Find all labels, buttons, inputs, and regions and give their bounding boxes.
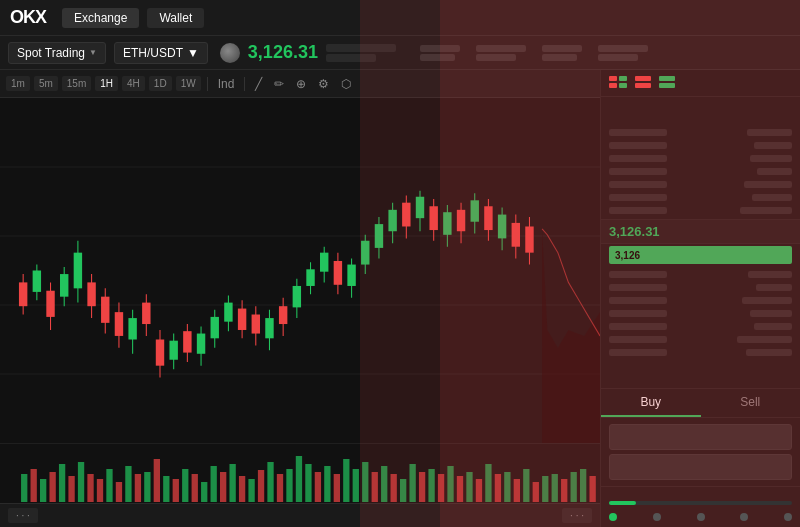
svg-rect-46	[293, 286, 301, 307]
svg-rect-8	[33, 271, 41, 292]
slider-dots	[609, 513, 792, 521]
svg-rect-89	[87, 474, 93, 502]
svg-rect-92	[116, 482, 122, 502]
svg-rect-105	[239, 476, 245, 502]
screenshot-tool[interactable]: ⬡	[337, 75, 355, 93]
svg-rect-102	[211, 466, 217, 502]
svg-rect-44	[279, 306, 287, 324]
svg-rect-100	[192, 474, 198, 502]
tf-1d[interactable]: 1D	[149, 76, 172, 91]
tf-4h[interactable]: 4H	[122, 76, 145, 91]
svg-rect-83	[31, 469, 37, 502]
svg-rect-48	[306, 269, 314, 286]
slider-dot-50[interactable]	[697, 513, 705, 521]
svg-rect-40	[252, 315, 260, 334]
svg-rect-117	[353, 469, 359, 502]
svg-rect-93	[125, 466, 131, 502]
pair-label: ETH/USDT	[123, 46, 183, 60]
pair-selector[interactable]: ETH/USDT ▼	[114, 42, 208, 64]
tf-1m[interactable]: 1m	[6, 76, 30, 91]
svg-rect-30	[183, 331, 191, 352]
svg-rect-88	[78, 462, 84, 502]
logo: OKX	[10, 7, 46, 28]
magnet-tool[interactable]: ⊕	[292, 75, 310, 93]
svg-rect-85	[49, 472, 55, 502]
svg-rect-22	[128, 318, 136, 339]
svg-rect-111	[296, 456, 302, 502]
right-panel: 3,126.31 3,126	[600, 70, 800, 527]
svg-rect-90	[97, 479, 103, 502]
settings-tool[interactable]: ⚙	[314, 75, 333, 93]
tf-5m[interactable]: 5m	[34, 76, 58, 91]
svg-rect-103	[220, 472, 226, 502]
slider-track[interactable]	[609, 501, 792, 505]
tf-15m[interactable]: 15m	[62, 76, 91, 91]
svg-rect-107	[258, 470, 264, 502]
svg-rect-34	[211, 317, 219, 338]
svg-rect-114	[324, 466, 330, 502]
svg-rect-96	[154, 459, 160, 502]
toolbar-separator-2	[244, 77, 245, 91]
svg-rect-112	[305, 464, 311, 502]
svg-rect-12	[60, 274, 68, 297]
svg-rect-38	[238, 309, 246, 330]
svg-rect-109	[277, 474, 283, 502]
svg-rect-97	[163, 476, 169, 502]
main-layout: 1m 5m 15m 1H 4H 1D 1W Ind ╱ ✏ ⊕ ⚙ ⬡	[0, 70, 800, 527]
svg-rect-82	[21, 474, 27, 502]
svg-rect-94	[135, 474, 141, 502]
exchange-button[interactable]: Exchange	[62, 8, 139, 28]
svg-rect-91	[106, 469, 112, 502]
spot-trading-selector[interactable]: Spot Trading ▼	[8, 42, 106, 64]
svg-rect-6	[19, 282, 27, 306]
svg-rect-32	[197, 334, 205, 354]
svg-rect-86	[59, 464, 65, 502]
svg-rect-87	[68, 476, 74, 502]
draw-tool[interactable]: ✏	[270, 75, 288, 93]
spot-trading-label: Spot Trading	[17, 46, 85, 60]
svg-rect-42	[265, 318, 273, 338]
svg-rect-24	[142, 303, 150, 324]
svg-rect-28	[169, 341, 177, 360]
bottom-left-btn[interactable]: · · ·	[8, 508, 38, 523]
svg-rect-26	[156, 340, 164, 366]
slider-dot-75[interactable]	[740, 513, 748, 521]
line-tool[interactable]: ╱	[251, 75, 266, 93]
slider-dot-100[interactable]	[784, 513, 792, 521]
logo-text: OKX	[10, 7, 46, 28]
slider-dot-25[interactable]	[653, 513, 661, 521]
svg-rect-50	[320, 253, 328, 272]
orderbook: 3,126.31 3,126	[601, 97, 800, 388]
tf-1w[interactable]: 1W	[176, 76, 201, 91]
svg-rect-14	[74, 253, 82, 289]
svg-rect-116	[343, 459, 349, 502]
price-dot	[220, 43, 240, 63]
slider-dot-0[interactable]	[609, 513, 617, 521]
toolbar-separator-1	[207, 77, 208, 91]
asks-section	[601, 97, 800, 219]
svg-rect-113	[315, 472, 321, 502]
pair-arrow: ▼	[187, 46, 199, 60]
svg-rect-18	[101, 297, 109, 323]
svg-rect-36	[224, 303, 232, 322]
svg-rect-84	[40, 479, 46, 502]
ask-row	[601, 139, 800, 152]
indicators-button[interactable]: Ind	[214, 75, 239, 93]
svg-rect-52	[334, 261, 342, 285]
wallet-button[interactable]: Wallet	[147, 8, 204, 28]
svg-rect-54	[347, 265, 355, 286]
svg-rect-108	[267, 462, 273, 502]
svg-rect-10	[46, 291, 54, 317]
svg-rect-95	[144, 472, 150, 502]
tf-1h[interactable]: 1H	[95, 76, 118, 91]
spot-trading-arrow: ▼	[89, 48, 97, 57]
current-price: 3,126.31	[248, 42, 318, 63]
slider-fill	[609, 501, 636, 505]
svg-rect-110	[286, 469, 292, 502]
svg-rect-106	[248, 479, 254, 502]
svg-rect-16	[87, 282, 95, 306]
svg-rect-115	[334, 474, 340, 502]
svg-rect-20	[115, 312, 123, 336]
svg-rect-104	[229, 464, 235, 502]
svg-rect-101	[201, 482, 207, 502]
